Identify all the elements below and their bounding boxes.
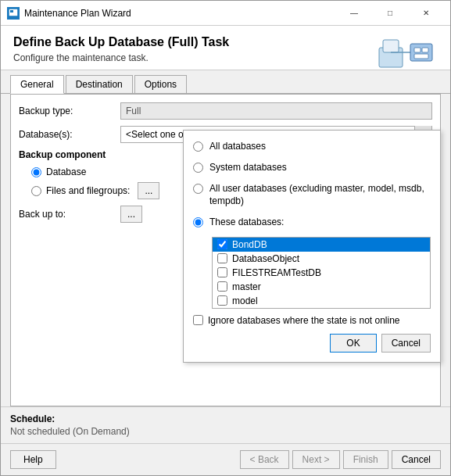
nav-buttons: < Back Next > Finish Cancel: [240, 450, 441, 469]
cancel-button[interactable]: Cancel: [392, 450, 441, 469]
database-selector-overlay: All databases System databases All user …: [183, 130, 441, 363]
schedule-section: Schedule: Not scheduled (On Demand): [1, 406, 450, 443]
db-name-bonddb: BondDB: [232, 239, 267, 250]
all-databases-label: All databases: [209, 140, 266, 153]
schedule-label: Schedule:: [10, 413, 441, 424]
svg-rect-7: [422, 48, 428, 52]
all-databases-row: All databases: [193, 140, 431, 153]
svg-rect-8: [414, 54, 428, 59]
db-name-model: model: [232, 295, 258, 306]
ignore-row: Ignore databases where the state is not …: [193, 315, 431, 326]
page-subtitle: Configure the maintenance task.: [13, 52, 356, 63]
these-databases-radio[interactable]: [193, 217, 203, 227]
ignore-label: Ignore databases where the state is not …: [208, 315, 400, 326]
list-item[interactable]: FILESTREAMTestDB: [213, 266, 430, 280]
main-header: Define Back Up Database (Full) Task Conf…: [1, 26, 450, 70]
svg-rect-3: [383, 40, 399, 52]
ok-button[interactable]: OK: [330, 334, 376, 353]
main-window: Maintenance Plan Wizard — □ ✕ Define Bac…: [0, 0, 451, 476]
database-radio[interactable]: [31, 167, 41, 177]
user-databases-radio[interactable]: [193, 184, 203, 194]
tab-general-content: Backup type: Full Database(s): <Select o…: [10, 94, 441, 406]
window-title: Maintenance Plan Wizard: [24, 8, 131, 19]
help-button[interactable]: Help: [10, 450, 56, 469]
tab-options[interactable]: Options: [134, 75, 187, 93]
backup-type-label: Backup type:: [19, 106, 120, 116]
overlay-buttons: OK Cancel: [193, 334, 431, 353]
db-checkbox-databaseobject[interactable]: [217, 253, 227, 263]
list-item[interactable]: model: [213, 294, 430, 308]
tabs: General Destination Options: [1, 70, 450, 94]
database-list[interactable]: BondDB DatabaseObject FILESTREAMTestDB: [213, 238, 430, 308]
database-list-container: BondDB DatabaseObject FILESTREAMTestDB: [212, 237, 431, 309]
title-bar: Maintenance Plan Wizard — □ ✕: [1, 1, 450, 26]
databases-label: Database(s):: [19, 129, 120, 140]
list-item[interactable]: master: [213, 280, 430, 294]
db-name-master: master: [232, 281, 261, 292]
title-controls: — □ ✕: [336, 5, 444, 21]
db-name-databaseobject: DatabaseObject: [232, 253, 299, 264]
user-databases-label: All user databases (excluding master, mo…: [209, 182, 431, 209]
list-item[interactable]: BondDB: [213, 238, 430, 252]
these-databases-label: These databases:: [209, 216, 284, 229]
backup-type-value: Full: [120, 102, 432, 120]
db-checkbox-master[interactable]: [217, 281, 227, 292]
user-databases-row: All user databases (excluding master, mo…: [193, 182, 431, 209]
back-up-to-browse[interactable]: ...: [120, 206, 142, 223]
files-radio[interactable]: [31, 186, 41, 196]
app-icon: [7, 7, 20, 20]
backup-type-row: Backup type: Full: [19, 102, 432, 120]
tab-general[interactable]: General: [10, 75, 64, 94]
back-button[interactable]: < Back: [240, 450, 289, 469]
page-title: Define Back Up Database (Full) Task: [13, 35, 356, 49]
system-databases-row: System databases: [193, 161, 431, 174]
these-databases-row: These databases:: [193, 216, 431, 229]
db-name-filestreamtestdb: FILESTREAMTestDB: [232, 267, 321, 278]
content-area: General Destination Options Backup type:…: [1, 70, 450, 443]
svg-rect-1: [10, 10, 13, 13]
maximize-button[interactable]: □: [372, 5, 408, 21]
title-bar-left: Maintenance Plan Wizard: [7, 7, 131, 20]
database-radio-label: Database: [46, 166, 86, 177]
system-databases-radio[interactable]: [193, 163, 203, 173]
tab-destination[interactable]: Destination: [66, 75, 133, 93]
backup-component-label: Backup component: [19, 149, 120, 160]
list-item[interactable]: DatabaseObject: [213, 252, 430, 266]
close-button[interactable]: ✕: [408, 5, 444, 21]
all-databases-radio[interactable]: [193, 141, 203, 152]
system-databases-label: System databases: [209, 161, 287, 174]
files-browse-button[interactable]: ...: [138, 182, 159, 199]
files-radio-label: Files and filegroups:: [46, 185, 130, 196]
overlay-cancel-button[interactable]: Cancel: [381, 334, 431, 353]
finish-button[interactable]: Finish: [343, 450, 388, 469]
svg-rect-6: [414, 48, 421, 52]
schedule-value: Not scheduled (On Demand): [10, 426, 441, 437]
db-checkbox-model[interactable]: [217, 295, 227, 306]
next-button[interactable]: Next >: [292, 450, 340, 469]
db-checkbox-filestreamtestdb[interactable]: [217, 267, 227, 277]
minimize-button[interactable]: —: [336, 5, 372, 21]
backup-type-control: Full: [120, 102, 432, 120]
ignore-checkbox[interactable]: [193, 315, 203, 325]
db-checkbox-bonddb[interactable]: [217, 239, 227, 249]
bottom-bar: Help < Back Next > Finish Cancel: [1, 443, 450, 475]
back-up-to-label: Back up to:: [19, 209, 120, 220]
